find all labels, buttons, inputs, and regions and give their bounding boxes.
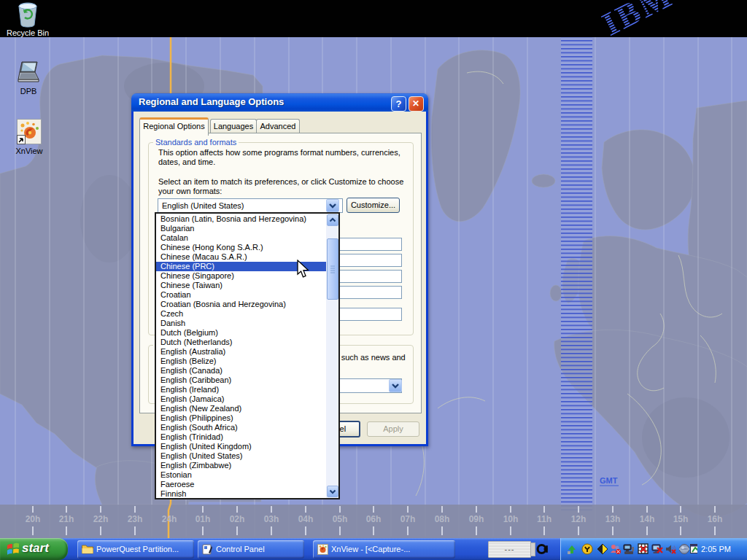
svg-text:06h: 06h	[366, 514, 382, 524]
svg-text:10h: 10h	[503, 514, 519, 524]
svg-text:24h: 24h	[162, 514, 177, 524]
svg-text:23h: 23h	[128, 514, 143, 524]
svg-text:08h: 08h	[435, 514, 450, 524]
svg-text:14h: 14h	[640, 514, 655, 524]
svg-text:07h: 07h	[400, 514, 416, 524]
svg-text:01h: 01h	[196, 514, 211, 524]
svg-text:22h: 22h	[93, 514, 109, 524]
svg-text:12h: 12h	[571, 514, 587, 524]
svg-text:16h: 16h	[708, 514, 723, 524]
svg-text:03h: 03h	[264, 514, 279, 524]
svg-text:GMT: GMT	[600, 476, 618, 485]
svg-text:02h: 02h	[230, 514, 245, 524]
svg-text:21h: 21h	[59, 514, 74, 524]
svg-text:13h: 13h	[605, 514, 621, 524]
svg-text:15h: 15h	[673, 514, 689, 524]
svg-text:05h: 05h	[333, 514, 348, 524]
svg-text:11h: 11h	[537, 514, 551, 524]
svg-text:09h: 09h	[469, 514, 484, 524]
svg-text:04h: 04h	[298, 514, 314, 524]
svg-text:20h: 20h	[26, 514, 41, 524]
